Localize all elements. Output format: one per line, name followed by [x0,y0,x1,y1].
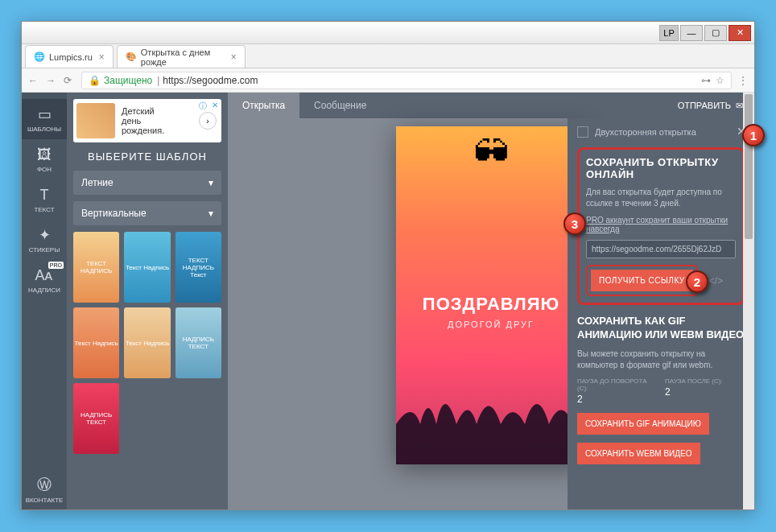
tool-label: ШАБЛОНЫ [27,126,61,133]
maximize-button[interactable]: ▢ [704,25,727,41]
canvas-area: Открытка Сообщение ОТПРАВИТЬ ✉ 🕶 ПОЗДРАВ… [228,93,754,509]
labels-icon: Aᴀ [35,266,53,284]
favicon-icon: 🎨 [126,52,137,63]
send-icon: ✉ [736,101,743,111]
template-thumb[interactable]: Текст Надпись [73,307,119,378]
dropdown-theme[interactable]: Летние ▾ [73,171,221,195]
save-webm-button[interactable]: СОХРАНИТЬ WEBM ВИДЕО [577,443,700,464]
tab-message[interactable]: Сообщение [299,93,381,118]
tool-label: ТЕКСТ [34,206,54,213]
secure-label: Защищено [104,75,152,86]
templates-icon: ▭ [38,105,52,123]
template-thumb[interactable]: Текст Надпись [124,232,170,303]
card-title: ПОЗДРАВЛЯЮ [423,294,559,315]
share-link-input[interactable] [586,240,736,258]
dropdown-label: Летние [81,177,114,188]
scrollbar[interactable] [743,93,754,509]
sunglasses-graphic: 🕶 [473,133,509,173]
template-thumb[interactable]: НАДПИСЬ ТЕКСТ [175,307,221,378]
two-sided-row: Двухсторонняя открытка [577,126,745,138]
tool-label: НАДПИСИ [28,287,60,294]
titlebar: LP — ▢ ✕ [22,22,754,44]
url-text: https://segoodme.com [163,75,701,86]
send-panel: ✕ Двухсторонняя открытка СОХРАНИТЬ ОТКРЫ… [568,118,754,509]
tool-templates[interactable]: ▭ ШАБЛОНЫ [22,99,67,139]
back-icon[interactable]: ← [28,75,38,86]
ad-info-icon[interactable]: ⓘ [199,101,207,112]
template-thumb[interactable]: НАДПИСЬ ТЕКСТ [73,383,119,454]
favicon-icon: 🌐 [34,52,45,63]
tab-lumpics[interactable]: 🌐 Lumpics.ru × [25,45,114,68]
tab-postcard[interactable]: Открытка [228,93,299,118]
template-thumb[interactable]: ТЕКСТ НАДПИСЬ [73,232,119,303]
ad-close-icon[interactable]: ✕ [212,101,218,109]
tool-label: ФОН [37,166,52,173]
tab-close-icon[interactable]: × [99,52,105,63]
pause-before-label: ПАУЗА ДО ПОВОРОТА (С): [577,377,657,392]
get-link-button[interactable]: ПОЛУЧИТЬ ССЫЛКУ [591,270,693,291]
ad-text: Детский день рождения. [122,106,164,135]
save-gif-button[interactable]: СОХРАНИТЬ GIF АНИМАЦИЮ [577,413,709,435]
tool-stickers[interactable]: ✦ СТИКЕРЫ [22,220,67,260]
embed-icon[interactable]: </> [709,275,723,287]
side-panel: ⓘ ✕ Детский день рождения. › ВЫБЕРИТЕ ША… [67,93,228,509]
lp-button[interactable]: LP [659,25,679,41]
tool-labels[interactable]: Aᴀ НАДПИСИ [22,260,67,300]
window-close-button[interactable]: ✕ [729,25,751,41]
annotation-marker-3: 3 [563,212,586,235]
two-sided-label: Двухсторонняя открытка [595,127,696,137]
two-sided-checkbox[interactable] [577,126,588,138]
send-label: ОТПРАВИТЬ [678,101,731,110]
menu-icon[interactable]: ⋮ [738,75,748,86]
nav-buttons: ← → ⟳ [28,75,72,86]
key-icon[interactable]: ⊶ [701,75,711,86]
tabs-bar: 🌐 Lumpics.ru × 🎨 Открытка с днем рожде × [22,44,754,68]
url-input[interactable]: 🔒 Защищено | https://segoodme.com ⊶ ☆ [81,72,732,89]
dropdown-label: Вертикальные [81,208,147,219]
pause-before-value[interactable]: 2 [577,394,657,405]
dropdown-orientation[interactable]: Вертикальные ▾ [73,201,221,225]
vk-icon: Ⓦ [37,475,52,494]
tab-postcard[interactable]: 🎨 Открытка с днем рожде × [117,45,246,68]
browser-window: LP — ▢ ✕ 🌐 Lumpics.ru × 🎨 Открытка с дне… [21,21,755,510]
save-gif-title: СОХРАНИТЬ КАК GIF АНИМАЦИЮ ИЛИ WEBM ВИДЕ… [577,315,745,342]
ad-arrow-icon[interactable]: › [199,112,217,130]
palm-graphic [396,376,586,464]
send-button[interactable]: ОТПРАВИТЬ ✉ [667,101,754,111]
save-online-block: СОХРАНИТЬ ОТКРЫТКУ ОНЛАЙН Для вас открыт… [577,147,745,305]
template-thumb[interactable]: ТЕКСТ НАДПИСЬ Текст [175,232,221,303]
chevron-down-icon: ▾ [208,208,213,219]
text-icon: T [40,187,49,204]
save-online-title: СОХРАНИТЬ ОТКРЫТКУ ОНЛАЙН [586,156,736,180]
ad-banner[interactable]: ⓘ ✕ Детский день рождения. › [73,99,221,142]
reload-icon[interactable]: ⟳ [64,75,72,86]
tool-label: СТИКЕРЫ [29,246,60,254]
pro-link[interactable]: PRO аккаунт сохранит ваши открытки навсе… [586,216,736,233]
tab-label: Lumpics.ru [49,52,93,62]
save-online-desc: Для вас открытка будет доступна по ссылк… [586,187,736,209]
background-icon: 🖼 [37,146,52,163]
tab-label: Открытка с днем рожде [141,47,225,67]
tab-close-icon[interactable]: × [231,52,237,63]
pause-row: ПАУЗА ДО ПОВОРОТА (С): 2 ПАУЗА ПОСЛЕ (С)… [577,377,745,405]
templates-grid: ТЕКСТ НАДПИСЬ Текст Надпись ТЕКСТ НАДПИС… [73,232,221,454]
save-gif-desc: Вы можете сохранить открытку на компьюте… [577,348,745,371]
template-thumb[interactable]: Текст Надпись [124,307,170,378]
minimize-button[interactable]: — [680,25,703,41]
annotation-marker-1: 1 [742,124,765,146]
get-link-highlight: ПОЛУЧИТЬ ССЫЛКУ [586,265,698,296]
forward-icon[interactable]: → [46,75,56,86]
pause-after-value[interactable]: 2 [665,386,745,398]
app-body: ▭ ШАБЛОНЫ 🖼 ФОН T ТЕКСТ ✦ СТИКЕРЫ Aᴀ НАД… [22,93,754,509]
card-subtitle: ДОРОГОЙ ДРУГ [448,320,535,329]
ad-image [76,103,115,138]
tool-background[interactable]: 🖼 ФОН [22,139,67,179]
postcard-preview[interactable]: 🕶 ПОЗДРАВЛЯЮ ДОРОГОЙ ДРУГ [396,126,586,464]
scrollbar-thumb[interactable] [745,94,753,239]
tool-vk[interactable]: Ⓦ ВКОНТАКТЕ [22,469,67,509]
tool-rail: ▭ ШАБЛОНЫ 🖼 ФОН T ТЕКСТ ✦ СТИКЕРЫ Aᴀ НАД… [22,93,67,509]
stickers-icon: ✦ [39,226,51,244]
star-icon[interactable]: ☆ [716,75,724,86]
tool-text[interactable]: T ТЕКСТ [22,179,67,220]
pause-after-label: ПАУЗА ПОСЛЕ (С): [665,377,745,385]
